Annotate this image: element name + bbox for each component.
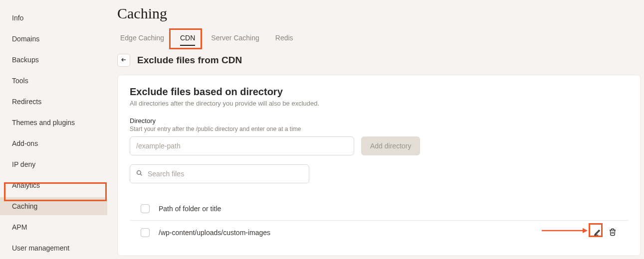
sidebar: Info Domains Backups Tools Redirects The… bbox=[0, 0, 107, 259]
list-row: /wp-content/uploads/custom-images bbox=[130, 221, 629, 245]
main-content: Caching Edge Caching CDN Server Caching … bbox=[107, 0, 644, 259]
sidebar-item-user-management[interactable]: User management bbox=[0, 239, 107, 257]
row-checkbox[interactable] bbox=[141, 228, 150, 237]
sidebar-item-analytics[interactable]: Analytics bbox=[0, 176, 107, 194]
sidebar-item-info[interactable]: Info bbox=[0, 9, 107, 27]
edit-button[interactable] bbox=[593, 228, 603, 238]
row-actions bbox=[593, 228, 618, 238]
tab-server-caching[interactable]: Server Caching bbox=[211, 31, 259, 45]
back-button[interactable] bbox=[117, 54, 130, 67]
directory-hint: Start your entry after the /public direc… bbox=[130, 126, 629, 132]
subhead: Exclude files from CDN bbox=[117, 54, 641, 67]
list-header: Path of folder or title bbox=[130, 197, 629, 221]
sidebar-item-backups[interactable]: Backups bbox=[0, 51, 107, 69]
card-title: Exclude files based on directory bbox=[130, 86, 629, 98]
delete-button[interactable] bbox=[608, 228, 618, 238]
sidebar-item-redirects[interactable]: Redirects bbox=[0, 93, 107, 111]
select-all-checkbox[interactable] bbox=[141, 204, 150, 213]
search-wrap[interactable] bbox=[130, 164, 309, 183]
search-icon bbox=[136, 170, 143, 178]
tab-redis[interactable]: Redis bbox=[275, 31, 293, 45]
list-header-label: Path of folder or title bbox=[159, 205, 221, 213]
sidebar-item-ip-deny[interactable]: IP deny bbox=[0, 155, 107, 173]
trash-icon bbox=[609, 228, 617, 238]
directory-label: Directory bbox=[130, 117, 629, 125]
row-path: /wp-content/uploads/custom-images bbox=[159, 229, 270, 237]
sidebar-item-themes-plugins[interactable]: Themes and plugins bbox=[0, 114, 107, 131]
svg-point-1 bbox=[137, 171, 141, 175]
directory-input-row: Add directory bbox=[130, 136, 629, 155]
add-directory-button[interactable]: Add directory bbox=[361, 136, 420, 155]
sidebar-item-apm[interactable]: APM bbox=[0, 218, 107, 236]
sidebar-item-tools[interactable]: Tools bbox=[0, 72, 107, 90]
subhead-title: Exclude files from CDN bbox=[137, 55, 242, 66]
search-input[interactable] bbox=[148, 170, 303, 178]
tab-edge-caching[interactable]: Edge Caching bbox=[120, 31, 164, 45]
pencil-icon bbox=[594, 228, 602, 238]
exclude-card: Exclude files based on directory All dir… bbox=[117, 75, 641, 256]
tabs: Edge Caching CDN Server Caching Redis bbox=[117, 31, 641, 45]
directory-input[interactable] bbox=[130, 136, 354, 155]
arrow-left-icon bbox=[121, 56, 127, 64]
card-subtitle: All directories after the directory you … bbox=[130, 100, 629, 107]
sidebar-item-add-ons[interactable]: Add-ons bbox=[0, 134, 107, 152]
tab-cdn[interactable]: CDN bbox=[180, 31, 195, 45]
page-title: Caching bbox=[117, 5, 641, 22]
sidebar-item-caching[interactable]: Caching bbox=[0, 197, 107, 215]
svg-line-2 bbox=[140, 174, 142, 175]
sidebar-item-domains[interactable]: Domains bbox=[0, 30, 107, 48]
